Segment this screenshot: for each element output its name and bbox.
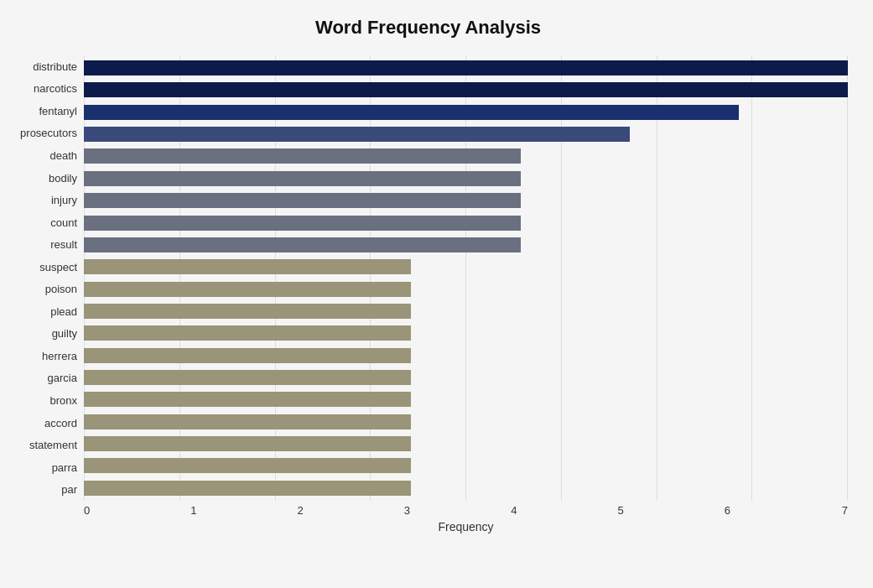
bar-row-bronx	[84, 390, 848, 408]
y-label-par: par	[61, 478, 77, 501]
bar-row-accord	[84, 413, 848, 431]
bar-row-injury	[84, 191, 848, 210]
bar-row-distribute	[84, 59, 848, 77]
y-label-accord: accord	[44, 412, 77, 434]
bar-row-suspect	[84, 258, 848, 276]
y-label-suspect: suspect	[39, 256, 77, 278]
y-label-distribute: distribute	[33, 55, 77, 78]
bar-result	[84, 237, 521, 252]
bar-row-prosecutors	[84, 125, 848, 143]
x-tick-1: 1	[190, 504, 297, 517]
bar-fentanyl	[84, 105, 739, 120]
y-label-guilty: guilty	[52, 323, 77, 346]
bar-poison	[84, 282, 411, 297]
bar-injury	[84, 193, 521, 208]
chart-container: Word Frequency Analysis distributenarcot…	[0, 0, 873, 588]
bar-plead	[84, 304, 411, 319]
bar-row-narcotics	[84, 81, 848, 99]
y-label-herrera: herrera	[42, 345, 77, 367]
bar-row-statement	[84, 434, 848, 453]
y-label-bodily: bodily	[49, 167, 77, 190]
y-label-narcotics: narcotics	[34, 78, 77, 101]
x-axis: 01234567 Frequency	[84, 501, 848, 526]
bar-parra	[84, 458, 411, 473]
y-label-garcia: garcia	[48, 367, 77, 390]
bar-row-fentanyl	[84, 103, 848, 122]
y-label-parra: parra	[52, 456, 77, 479]
x-axis-label: Frequency	[84, 520, 848, 533]
bar-par	[84, 481, 411, 496]
bar-row-par	[84, 479, 848, 497]
bar-row-count	[84, 214, 848, 232]
chart-title: Word Frequency Analysis	[8, 17, 848, 39]
bar-row-death	[84, 147, 848, 165]
bar-bodily	[84, 171, 521, 186]
y-label-result: result	[50, 233, 77, 256]
bar-row-poison	[84, 280, 848, 299]
bar-row-guilty	[84, 324, 848, 342]
x-tick-0: 0	[84, 504, 190, 517]
x-tick-3: 3	[404, 504, 511, 517]
bar-garcia	[84, 370, 411, 385]
bar-row-result	[84, 236, 848, 254]
y-label-statement: statement	[29, 434, 77, 456]
bar-distribute	[84, 60, 848, 75]
bar-guilty	[84, 325, 411, 341]
y-label-plead: plead	[50, 300, 77, 323]
bars-area	[84, 55, 848, 501]
bar-count	[84, 216, 521, 231]
y-label-bronx: bronx	[49, 389, 77, 412]
y-label-prosecutors: prosecutors	[20, 122, 77, 145]
bar-narcotics	[84, 82, 848, 97]
x-tick-2: 2	[298, 504, 404, 517]
y-label-poison: poison	[45, 278, 77, 300]
bar-row-parra	[84, 456, 848, 475]
x-tick-5: 5	[617, 504, 724, 517]
bar-accord	[84, 414, 411, 429]
bar-death	[84, 148, 521, 164]
y-axis-labels: distributenarcoticsfentanylprosecutorsde…	[8, 55, 84, 526]
bar-row-plead	[84, 302, 848, 320]
y-label-fentanyl: fentanyl	[39, 100, 77, 122]
bar-suspect	[84, 259, 411, 274]
bar-row-bodily	[84, 169, 848, 188]
x-tick-4: 4	[511, 504, 617, 517]
bar-row-garcia	[84, 368, 848, 387]
bar-statement	[84, 436, 411, 451]
y-label-death: death	[49, 144, 77, 167]
x-tick-6: 6	[725, 504, 831, 517]
y-label-injury: injury	[51, 189, 77, 211]
bar-herrera	[84, 348, 411, 363]
bar-prosecutors	[84, 127, 630, 142]
x-tick-7: 7	[831, 504, 848, 517]
y-label-count: count	[50, 211, 77, 234]
bar-bronx	[84, 392, 411, 407]
bar-row-herrera	[84, 346, 848, 365]
